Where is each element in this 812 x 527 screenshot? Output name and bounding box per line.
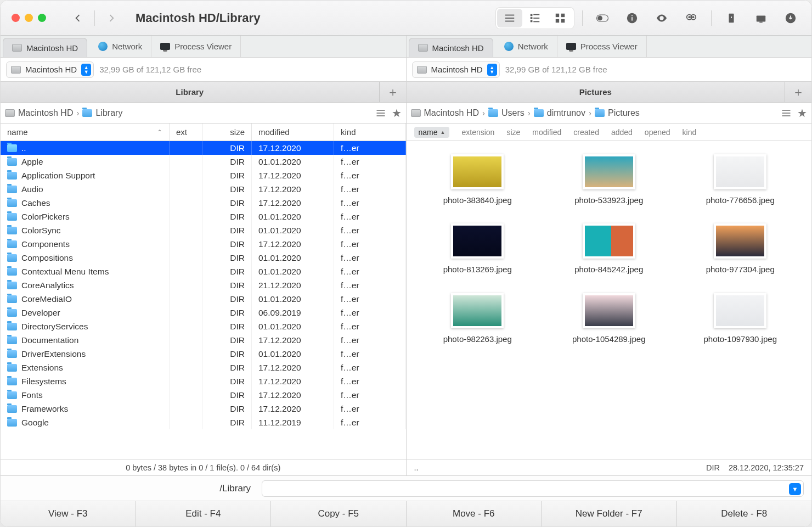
view-icons-button[interactable] [548, 9, 573, 27]
file-row[interactable]: AppleDIR01.01.2020f…er [1, 155, 406, 169]
fkey-button[interactable]: Copy - F5 [271, 501, 407, 526]
list-icon[interactable] [781, 108, 792, 119]
col-opened[interactable]: opened [645, 128, 670, 137]
file-row[interactable]: DocumentationDIR17.12.2020f…er [1, 333, 406, 347]
path-label-right[interactable]: Pictures [407, 82, 786, 102]
col-added[interactable]: added [611, 128, 633, 137]
grid-item[interactable]: photo-1097930.jpeg [680, 293, 801, 345]
fkey-button[interactable]: Delete - F8 [677, 501, 812, 526]
col-created[interactable]: created [573, 128, 599, 137]
file-row[interactable]: DeveloperDIR06.09.2019f…er [1, 306, 406, 319]
view-list-button[interactable] [497, 9, 522, 27]
icon-grid[interactable]: photo-383640.jpegphoto-533923.jpegphoto-… [407, 141, 812, 459]
grid-item[interactable]: photo-813269.jpeg [418, 223, 538, 275]
breadcrumb-segment[interactable]: dimtrunov [534, 108, 585, 118]
col-ext[interactable]: ext [170, 124, 202, 141]
info-button[interactable] [620, 8, 644, 28]
archive-button[interactable] [719, 8, 743, 28]
function-key-bar: View - F3Edit - F4Copy - F5Move - F6New … [1, 501, 811, 526]
folder-icon [595, 109, 605, 117]
tab-process-right[interactable]: Process Viewer [557, 36, 647, 57]
col-kind[interactable]: kind [334, 124, 406, 141]
minimize-button[interactable] [25, 14, 33, 22]
file-row[interactable]: CompositionsDIR01.01.2020f…er [1, 251, 406, 265]
fkey-button[interactable]: View - F3 [1, 501, 136, 526]
drive-selector-left[interactable]: Macintosh HD ▲▼ [6, 61, 94, 78]
breadcrumb-segment[interactable]: Users [488, 108, 525, 118]
breadcrumb-segment[interactable]: Library [82, 108, 122, 118]
grid-item[interactable]: photo-845242.jpeg [549, 223, 669, 275]
fkey-button[interactable]: Edit - F4 [136, 501, 272, 526]
new-tab-right[interactable]: ＋ [785, 82, 811, 102]
tab-network-right[interactable]: Network [495, 36, 557, 57]
list-icon[interactable] [375, 108, 386, 119]
breadcrumb-segment[interactable]: Pictures [595, 108, 640, 118]
toggle-hidden-button[interactable] [590, 8, 614, 28]
status-right-kind: DIR [706, 463, 720, 472]
file-row[interactable]: Contextual Menu ItemsDIR01.01.2020f…er [1, 265, 406, 278]
airdrop-button[interactable] [679, 8, 703, 28]
fkey-button[interactable]: New Folder - F7 [542, 501, 677, 526]
file-row[interactable]: GoogleDIR11.12.2019f…er [1, 416, 406, 429]
path-label-left[interactable]: Library [1, 82, 380, 102]
thumbnail [451, 293, 504, 328]
file-row[interactable]: Application SupportDIR17.12.2020f…er [1, 169, 406, 182]
tab-hd-right[interactable]: Macintosh HD [409, 38, 493, 57]
col-modified[interactable]: modified [532, 128, 561, 137]
file-row[interactable]: ColorSyncDIR01.01.2020f…er [1, 223, 406, 237]
col-name[interactable]: name [414, 127, 450, 138]
nav-back-button[interactable] [67, 8, 89, 29]
breadcrumb-segment[interactable]: Macintosh HD [411, 108, 479, 118]
file-list[interactable]: ..DIR17.12.2020f…erAppleDIR01.01.2020f…e… [1, 141, 406, 459]
panel-right: name extension size modified created add… [407, 124, 812, 459]
download-button[interactable] [779, 8, 803, 28]
col-kind[interactable]: kind [683, 128, 697, 137]
grid-item[interactable]: photo-383640.jpeg [418, 154, 538, 206]
file-row[interactable]: DriverExtensionsDIR01.01.2020f…er [1, 347, 406, 361]
new-tab-left[interactable]: ＋ [380, 82, 406, 102]
file-row[interactable]: ComponentsDIR17.12.2020f…er [1, 237, 406, 251]
file-row[interactable]: AudioDIR17.12.2020f…er [1, 182, 406, 196]
fkey-button[interactable]: Move - F6 [407, 501, 542, 526]
grid-item[interactable]: photo-776656.jpeg [680, 154, 801, 206]
grid-item[interactable]: photo-977304.jpeg [680, 223, 801, 275]
svg-rect-7 [531, 20, 533, 22]
drive-selector-right[interactable]: Macintosh HD ▲▼ [412, 61, 500, 78]
favorite-icon[interactable]: ★ [392, 106, 402, 120]
view-columns-button[interactable] [522, 9, 548, 27]
toolbar: Macintosh HD/Library [1, 1, 811, 36]
col-name[interactable]: name⌃ [1, 124, 170, 141]
monitor-icon [566, 43, 576, 50]
quicklook-button[interactable] [650, 8, 674, 28]
file-row[interactable]: FrameworksDIR17.12.2020f…er [1, 402, 406, 416]
breadcrumb-segment[interactable]: Macintosh HD [5, 108, 73, 118]
command-dropdown[interactable]: ▼ [789, 483, 801, 495]
maximize-button[interactable] [38, 14, 46, 22]
grid-item[interactable]: photo-982263.jpeg [418, 293, 538, 345]
file-row[interactable]: CoreMediaIODIR01.01.2020f…er [1, 292, 406, 306]
grid-item[interactable]: photo-1054289.jpeg [549, 293, 669, 345]
col-modified[interactable]: modified [252, 124, 334, 141]
command-input[interactable]: ▼ [262, 480, 804, 497]
file-row[interactable]: CachesDIR17.12.2020f…er [1, 196, 406, 210]
tab-hd-left[interactable]: Macintosh HD [3, 38, 87, 57]
col-size[interactable]: size [202, 124, 252, 141]
file-row[interactable]: FilesystemsDIR17.12.2020f…er [1, 374, 406, 388]
share-button[interactable] [749, 8, 773, 28]
col-extension[interactable]: extension [461, 128, 494, 137]
file-row[interactable]: DirectoryServicesDIR01.01.2020f…er [1, 319, 406, 333]
file-row[interactable]: ColorPickersDIR01.01.2020f…er [1, 210, 406, 223]
favorite-icon[interactable]: ★ [797, 106, 807, 120]
file-row[interactable]: ExtensionsDIR17.12.2020f…er [1, 361, 406, 374]
tab-network-left[interactable]: Network [89, 36, 151, 57]
file-row[interactable]: ..DIR17.12.2020f…er [1, 141, 406, 155]
tab-process-left[interactable]: Process Viewer [151, 36, 241, 57]
close-button[interactable] [12, 14, 20, 22]
folder-icon [7, 364, 17, 372]
file-row[interactable]: FontsDIR17.12.2020f…er [1, 388, 406, 402]
nav-forward-button[interactable] [100, 8, 122, 29]
svg-rect-5 [531, 17, 533, 19]
grid-item[interactable]: photo-533923.jpeg [549, 154, 669, 206]
col-size[interactable]: size [506, 128, 520, 137]
file-row[interactable]: CoreAnalyticsDIR21.12.2020f…er [1, 278, 406, 292]
